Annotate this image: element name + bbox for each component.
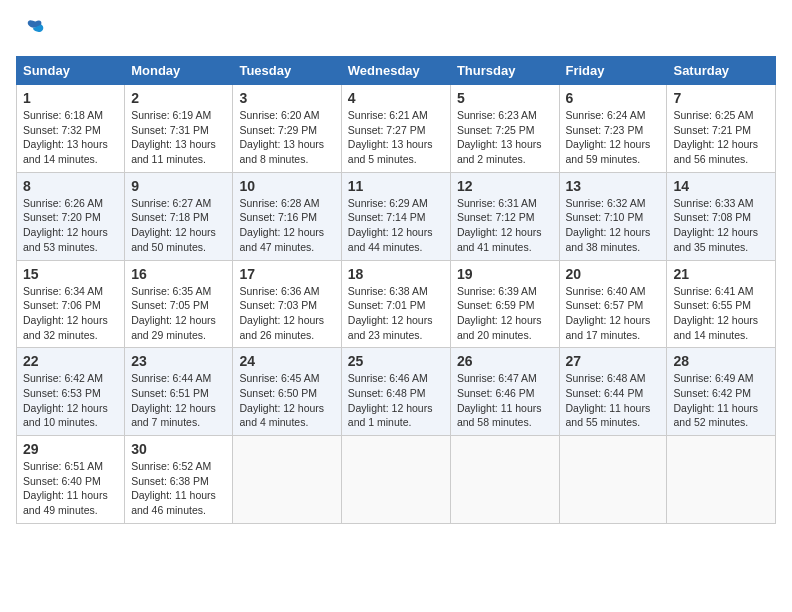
day-detail: Sunrise: 6:29 AM Sunset: 7:14 PM Dayligh… <box>348 196 444 255</box>
day-number: 28 <box>673 353 769 369</box>
day-detail: Sunrise: 6:46 AM Sunset: 6:48 PM Dayligh… <box>348 371 444 430</box>
logo-bird-icon <box>16 16 44 44</box>
day-number: 8 <box>23 178 118 194</box>
day-number: 16 <box>131 266 226 282</box>
calendar-cell: 18 Sunrise: 6:38 AM Sunset: 7:01 PM Dayl… <box>341 260 450 348</box>
day-detail: Sunrise: 6:27 AM Sunset: 7:18 PM Dayligh… <box>131 196 226 255</box>
day-detail: Sunrise: 6:45 AM Sunset: 6:50 PM Dayligh… <box>239 371 334 430</box>
calendar-cell: 13 Sunrise: 6:32 AM Sunset: 7:10 PM Dayl… <box>559 172 667 260</box>
day-detail: Sunrise: 6:51 AM Sunset: 6:40 PM Dayligh… <box>23 459 118 518</box>
calendar-week-row: 8 Sunrise: 6:26 AM Sunset: 7:20 PM Dayli… <box>17 172 776 260</box>
day-number: 23 <box>131 353 226 369</box>
calendar-cell: 2 Sunrise: 6:19 AM Sunset: 7:31 PM Dayli… <box>125 85 233 173</box>
day-number: 17 <box>239 266 334 282</box>
day-detail: Sunrise: 6:26 AM Sunset: 7:20 PM Dayligh… <box>23 196 118 255</box>
calendar-week-row: 29 Sunrise: 6:51 AM Sunset: 6:40 PM Dayl… <box>17 436 776 524</box>
day-number: 29 <box>23 441 118 457</box>
calendar-cell: 19 Sunrise: 6:39 AM Sunset: 6:59 PM Dayl… <box>450 260 559 348</box>
day-detail: Sunrise: 6:42 AM Sunset: 6:53 PM Dayligh… <box>23 371 118 430</box>
calendar-cell: 9 Sunrise: 6:27 AM Sunset: 7:18 PM Dayli… <box>125 172 233 260</box>
day-number: 24 <box>239 353 334 369</box>
day-detail: Sunrise: 6:18 AM Sunset: 7:32 PM Dayligh… <box>23 108 118 167</box>
calendar-cell: 16 Sunrise: 6:35 AM Sunset: 7:05 PM Dayl… <box>125 260 233 348</box>
day-detail: Sunrise: 6:52 AM Sunset: 6:38 PM Dayligh… <box>131 459 226 518</box>
calendar-cell <box>341 436 450 524</box>
calendar-cell: 21 Sunrise: 6:41 AM Sunset: 6:55 PM Dayl… <box>667 260 776 348</box>
day-detail: Sunrise: 6:44 AM Sunset: 6:51 PM Dayligh… <box>131 371 226 430</box>
day-number: 2 <box>131 90 226 106</box>
calendar-cell: 10 Sunrise: 6:28 AM Sunset: 7:16 PM Dayl… <box>233 172 341 260</box>
day-number: 19 <box>457 266 553 282</box>
day-number: 6 <box>566 90 661 106</box>
calendar-week-row: 22 Sunrise: 6:42 AM Sunset: 6:53 PM Dayl… <box>17 348 776 436</box>
calendar-cell: 29 Sunrise: 6:51 AM Sunset: 6:40 PM Dayl… <box>17 436 125 524</box>
day-number: 3 <box>239 90 334 106</box>
calendar-cell: 4 Sunrise: 6:21 AM Sunset: 7:27 PM Dayli… <box>341 85 450 173</box>
day-detail: Sunrise: 6:47 AM Sunset: 6:46 PM Dayligh… <box>457 371 553 430</box>
day-detail: Sunrise: 6:24 AM Sunset: 7:23 PM Dayligh… <box>566 108 661 167</box>
calendar-cell: 20 Sunrise: 6:40 AM Sunset: 6:57 PM Dayl… <box>559 260 667 348</box>
day-detail: Sunrise: 6:19 AM Sunset: 7:31 PM Dayligh… <box>131 108 226 167</box>
calendar-cell: 17 Sunrise: 6:36 AM Sunset: 7:03 PM Dayl… <box>233 260 341 348</box>
day-detail: Sunrise: 6:38 AM Sunset: 7:01 PM Dayligh… <box>348 284 444 343</box>
weekday-header-thursday: Thursday <box>450 57 559 85</box>
day-detail: Sunrise: 6:32 AM Sunset: 7:10 PM Dayligh… <box>566 196 661 255</box>
day-detail: Sunrise: 6:34 AM Sunset: 7:06 PM Dayligh… <box>23 284 118 343</box>
calendar-cell <box>450 436 559 524</box>
calendar-cell <box>233 436 341 524</box>
calendar-cell: 28 Sunrise: 6:49 AM Sunset: 6:42 PM Dayl… <box>667 348 776 436</box>
day-number: 4 <box>348 90 444 106</box>
day-number: 22 <box>23 353 118 369</box>
weekday-header-tuesday: Tuesday <box>233 57 341 85</box>
calendar-cell: 22 Sunrise: 6:42 AM Sunset: 6:53 PM Dayl… <box>17 348 125 436</box>
day-number: 5 <box>457 90 553 106</box>
day-number: 25 <box>348 353 444 369</box>
calendar-cell: 11 Sunrise: 6:29 AM Sunset: 7:14 PM Dayl… <box>341 172 450 260</box>
weekday-header-friday: Friday <box>559 57 667 85</box>
day-number: 7 <box>673 90 769 106</box>
day-number: 20 <box>566 266 661 282</box>
day-detail: Sunrise: 6:23 AM Sunset: 7:25 PM Dayligh… <box>457 108 553 167</box>
day-detail: Sunrise: 6:21 AM Sunset: 7:27 PM Dayligh… <box>348 108 444 167</box>
calendar-cell: 14 Sunrise: 6:33 AM Sunset: 7:08 PM Dayl… <box>667 172 776 260</box>
day-number: 18 <box>348 266 444 282</box>
calendar-cell: 25 Sunrise: 6:46 AM Sunset: 6:48 PM Dayl… <box>341 348 450 436</box>
day-number: 11 <box>348 178 444 194</box>
weekday-header-saturday: Saturday <box>667 57 776 85</box>
calendar-cell: 7 Sunrise: 6:25 AM Sunset: 7:21 PM Dayli… <box>667 85 776 173</box>
calendar-cell: 1 Sunrise: 6:18 AM Sunset: 7:32 PM Dayli… <box>17 85 125 173</box>
calendar-cell: 5 Sunrise: 6:23 AM Sunset: 7:25 PM Dayli… <box>450 85 559 173</box>
day-number: 13 <box>566 178 661 194</box>
day-detail: Sunrise: 6:49 AM Sunset: 6:42 PM Dayligh… <box>673 371 769 430</box>
calendar-cell: 24 Sunrise: 6:45 AM Sunset: 6:50 PM Dayl… <box>233 348 341 436</box>
calendar-cell <box>667 436 776 524</box>
day-detail: Sunrise: 6:40 AM Sunset: 6:57 PM Dayligh… <box>566 284 661 343</box>
day-number: 14 <box>673 178 769 194</box>
day-number: 15 <box>23 266 118 282</box>
day-detail: Sunrise: 6:36 AM Sunset: 7:03 PM Dayligh… <box>239 284 334 343</box>
calendar-cell: 23 Sunrise: 6:44 AM Sunset: 6:51 PM Dayl… <box>125 348 233 436</box>
day-detail: Sunrise: 6:39 AM Sunset: 6:59 PM Dayligh… <box>457 284 553 343</box>
day-number: 27 <box>566 353 661 369</box>
calendar-cell: 27 Sunrise: 6:48 AM Sunset: 6:44 PM Dayl… <box>559 348 667 436</box>
calendar-cell: 3 Sunrise: 6:20 AM Sunset: 7:29 PM Dayli… <box>233 85 341 173</box>
calendar-week-row: 1 Sunrise: 6:18 AM Sunset: 7:32 PM Dayli… <box>17 85 776 173</box>
day-number: 1 <box>23 90 118 106</box>
calendar-cell <box>559 436 667 524</box>
day-detail: Sunrise: 6:48 AM Sunset: 6:44 PM Dayligh… <box>566 371 661 430</box>
day-number: 21 <box>673 266 769 282</box>
logo <box>16 16 48 48</box>
weekday-header-sunday: Sunday <box>17 57 125 85</box>
day-number: 26 <box>457 353 553 369</box>
page-header <box>16 16 776 48</box>
day-detail: Sunrise: 6:25 AM Sunset: 7:21 PM Dayligh… <box>673 108 769 167</box>
calendar-week-row: 15 Sunrise: 6:34 AM Sunset: 7:06 PM Dayl… <box>17 260 776 348</box>
day-detail: Sunrise: 6:28 AM Sunset: 7:16 PM Dayligh… <box>239 196 334 255</box>
day-detail: Sunrise: 6:31 AM Sunset: 7:12 PM Dayligh… <box>457 196 553 255</box>
weekday-header-row: SundayMondayTuesdayWednesdayThursdayFrid… <box>17 57 776 85</box>
day-detail: Sunrise: 6:35 AM Sunset: 7:05 PM Dayligh… <box>131 284 226 343</box>
day-number: 12 <box>457 178 553 194</box>
calendar-cell: 26 Sunrise: 6:47 AM Sunset: 6:46 PM Dayl… <box>450 348 559 436</box>
calendar-cell: 15 Sunrise: 6:34 AM Sunset: 7:06 PM Dayl… <box>17 260 125 348</box>
day-number: 9 <box>131 178 226 194</box>
